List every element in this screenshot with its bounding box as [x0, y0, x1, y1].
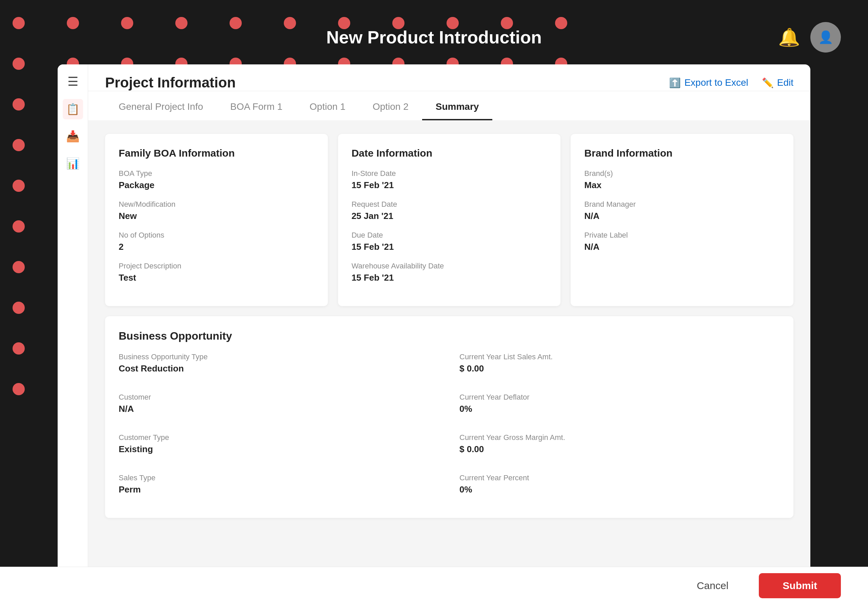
tab-summary[interactable]: Summary [422, 94, 493, 120]
customer-value: N/A [119, 404, 439, 414]
forms-icon: 📋 [66, 103, 80, 116]
svg-point-10 [12, 220, 25, 232]
private-label-field: Private Label N/A [584, 231, 780, 252]
cy-percent-value: 0% [459, 484, 780, 495]
cy-gross-margin-label: Current Year Gross Margin Amt. [459, 433, 780, 442]
request-date-label: Request Date [352, 200, 547, 209]
cy-list-sales-value: $ 0.00 [459, 363, 780, 374]
tab-option2[interactable]: Option 2 [359, 94, 422, 120]
cancel-button[interactable]: Cancel [676, 573, 749, 598]
sales-type-field: Sales Type Perm [119, 474, 439, 495]
tab-option1[interactable]: Option 1 [296, 94, 359, 120]
no-of-options-value: 2 [119, 242, 314, 252]
top-bar-right: 🔔 👤 [778, 22, 841, 53]
brand-manager-field: Brand Manager N/A [584, 200, 780, 221]
content-area: Project Information ⬆️ Export to Excel ✏… [88, 64, 811, 604]
export-icon: ⬆️ [669, 77, 681, 88]
boa-type-label: BOA Type [119, 169, 314, 178]
svg-point-4 [12, 98, 25, 110]
family-boa-card: Family BOA Information BOA Type Package … [105, 134, 328, 306]
new-modification-label: New/Modification [119, 200, 314, 209]
section-title: Project Information [105, 74, 236, 91]
header-actions: ⬆️ Export to Excel ✏️ Edit [669, 77, 794, 88]
svg-point-6 [12, 139, 25, 151]
tab-general[interactable]: General Project Info [105, 94, 217, 120]
cards-row: Family BOA Information BOA Type Package … [105, 134, 794, 306]
due-date-value: 15 Feb '21 [352, 242, 547, 252]
cy-list-sales-label: Current Year List Sales Amt. [459, 353, 780, 361]
svg-point-14 [12, 302, 25, 314]
submit-button[interactable]: Submit [759, 573, 841, 598]
customer-type-value: Existing [119, 444, 439, 455]
project-description-value: Test [119, 273, 314, 283]
cy-deflator-value: 0% [459, 404, 780, 414]
cy-deflator-label: Current Year Deflator [459, 393, 780, 402]
brand-info-title: Brand Information [584, 147, 780, 159]
in-store-date-value: 15 Feb '21 [352, 180, 547, 190]
export-to-excel-button[interactable]: ⬆️ Export to Excel [669, 77, 748, 88]
new-modification-field: New/Modification New [119, 200, 314, 221]
no-of-options-label: No of Options [119, 231, 314, 240]
edit-button[interactable]: ✏️ Edit [762, 77, 794, 88]
svg-point-12 [12, 261, 25, 273]
edit-icon: ✏️ [762, 77, 774, 88]
bell-icon[interactable]: 🔔 [778, 27, 800, 48]
request-date-field: Request Date 25 Jan '21 [352, 200, 547, 221]
due-date-label: Due Date [352, 231, 547, 240]
customer-type-field: Customer Type Existing [119, 433, 439, 455]
inbox-icon: 📥 [66, 130, 80, 143]
project-description-label: Project Description [119, 262, 314, 271]
cy-deflator-field: Current Year Deflator 0% [459, 393, 780, 414]
new-modification-value: New [119, 211, 314, 221]
page-title: New Product Introduction [326, 27, 542, 48]
bo-type-field: Business Opportunity Type Cost Reduction [119, 353, 439, 374]
cy-list-sales-field: Current Year List Sales Amt. $ 0.00 [459, 353, 780, 374]
warehouse-date-label: Warehouse Availability Date [352, 262, 547, 271]
avatar[interactable]: 👤 [811, 22, 841, 53]
in-store-date-label: In-Store Date [352, 169, 547, 178]
sidebar-item-forms[interactable]: 📋 [63, 99, 83, 119]
sidebar-item-chart[interactable]: 📊 [63, 153, 83, 173]
sales-type-value: Perm [119, 484, 439, 495]
boa-type-value: Package [119, 180, 314, 190]
in-store-date-field: In-Store Date 15 Feb '21 [352, 169, 547, 190]
private-label-label: Private Label [584, 231, 780, 240]
date-info-title: Date Information [352, 147, 547, 159]
business-opportunity-title: Business Opportunity [119, 330, 780, 342]
customer-field: Customer N/A [119, 393, 439, 414]
warehouse-date-value: 15 Feb '21 [352, 273, 547, 283]
sales-type-label: Sales Type [119, 474, 439, 482]
bottom-bar: Cancel Submit [0, 567, 868, 604]
bo-type-label: Business Opportunity Type [119, 353, 439, 361]
family-boa-title: Family BOA Information [119, 147, 314, 159]
scroll-content: Family BOA Information BOA Type Package … [88, 120, 811, 604]
warehouse-date-field: Warehouse Availability Date 15 Feb '21 [352, 262, 547, 283]
tabs: General Project Info BOA Form 1 Option 1… [88, 94, 811, 120]
cy-percent-label: Current Year Percent [459, 474, 780, 482]
brands-field: Brand(s) Max [584, 169, 780, 190]
customer-type-label: Customer Type [119, 433, 439, 442]
brand-info-card: Brand Information Brand(s) Max Brand Man… [570, 134, 794, 306]
business-opportunity-card: Business Opportunity Business Opportunit… [105, 316, 794, 518]
brand-manager-value: N/A [584, 211, 780, 221]
chart-icon: 📊 [66, 157, 80, 170]
cy-percent-field: Current Year Percent 0% [459, 474, 780, 495]
business-opportunity-fields: Business Opportunity Type Cost Reduction… [119, 353, 780, 504]
svg-point-18 [12, 383, 25, 395]
sidebar-item-inbox[interactable]: 📥 [63, 126, 83, 146]
tab-boa1[interactable]: BOA Form 1 [217, 94, 296, 120]
private-label-value: N/A [584, 242, 780, 252]
sidebar: ☰ 📋 📥 📊 [57, 64, 88, 604]
top-bar: New Product Introduction 🔔 👤 [0, 0, 868, 74]
date-info-card: Date Information In-Store Date 15 Feb '2… [338, 134, 561, 306]
boa-type-field: BOA Type Package [119, 169, 314, 190]
project-description-field: Project Description Test [119, 262, 314, 283]
no-of-options-field: No of Options 2 [119, 231, 314, 252]
customer-label: Customer [119, 393, 439, 402]
brand-manager-label: Brand Manager [584, 200, 780, 209]
cy-gross-margin-field: Current Year Gross Margin Amt. $ 0.00 [459, 433, 780, 455]
bo-type-value: Cost Reduction [119, 363, 439, 374]
svg-point-8 [12, 180, 25, 192]
request-date-value: 25 Jan '21 [352, 211, 547, 221]
brands-value: Max [584, 180, 780, 190]
